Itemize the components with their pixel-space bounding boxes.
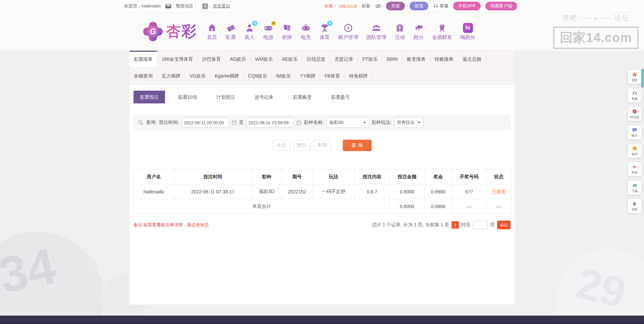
subtab-chase-records[interactable]: 追号记录 <box>248 91 280 103</box>
goto-page-input[interactable] <box>473 221 488 229</box>
tab-lottery-report[interactable]: 彩票报表 <box>129 51 157 67</box>
current-page-button[interactable]: 1 <box>451 221 459 229</box>
tab-im[interactable]: IM娱乐 <box>272 67 296 84</box>
go-button[interactable]: GO <box>497 221 511 229</box>
tab-balance-change[interactable]: 账变报表 <box>402 51 430 67</box>
play-type-select[interactable]: 所有玩法 ▼ <box>394 117 424 128</box>
sidebar-item-service[interactable]: 客服 <box>628 88 641 102</box>
tab-cq9[interactable]: CQ9娱乐 <box>244 67 272 84</box>
nav-item-esports[interactable]: 电竞 <box>298 22 314 41</box>
tab-daily-summary[interactable]: 日结总览 <box>302 51 330 67</box>
tab-vg[interactable]: VG娱乐 <box>185 67 210 84</box>
today-button[interactable]: 今日 <box>273 140 290 151</box>
nav-item-paofen[interactable]: 跑分 <box>411 22 426 41</box>
tab-saba[interactable]: 沙巴体育 <box>198 51 225 67</box>
rhino-icon <box>413 22 424 33</box>
badge-n-icon: N <box>252 21 257 26</box>
customer-service-link[interactable]: 客服 <box>433 3 448 9</box>
subtab-lottery-pnl[interactable]: 彩票盈亏 <box>325 91 356 103</box>
sidebar-item-im-recharge[interactable]: ¥ IM充值 <box>628 107 641 121</box>
sidebar-item-download[interactable]: 下载 <box>628 181 641 195</box>
edit-pencil-icon[interactable]: ✎ <box>202 3 208 9</box>
badge-n-icon: N <box>327 21 332 26</box>
col-username: 用户名 <box>134 170 174 184</box>
pagination-summary: 总计 1 个记录, 分为 1 页, 当前第 1 页 <box>372 222 449 228</box>
balance-value: 199.4218 <box>339 4 357 9</box>
nav-item-team[interactable]: 团队管理 <box>364 22 389 41</box>
tab-deposit-withdraw[interactable]: 充提记录 <box>330 51 358 67</box>
total-draw-dash: — <box>452 199 486 214</box>
sidebar-item-hangup[interactable]: 挂机 <box>628 199 641 213</box>
envelope-icon[interactable] <box>165 4 171 8</box>
cards-icon <box>282 22 292 33</box>
subtab-lottery-bets[interactable]: 彩票投注 <box>133 91 165 103</box>
query-button[interactable]: 查 询 <box>343 140 372 151</box>
pc-client-button[interactable]: 电脑客户端 <box>485 2 517 10</box>
status-link[interactable]: 已派奖 <box>486 184 512 199</box>
chevron-down-icon: ▼ <box>363 121 366 124</box>
reserved-info-label: 预留信息： <box>176 3 198 9</box>
nav-item-hipaofen[interactable]: hi 嗨跑分 <box>458 22 478 41</box>
time-to-input[interactable] <box>246 118 294 128</box>
hand-icon <box>628 201 641 206</box>
withdraw-button[interactable]: 提现 <box>410 2 428 10</box>
yesterday-button[interactable]: 昨日 <box>293 140 311 151</box>
lottery-name-select[interactable]: 福彩3D ▼ <box>326 117 369 128</box>
tab-yy[interactable]: YY棋牌 <box>296 67 320 84</box>
tab-tetu[interactable]: 特兔棋牌 <box>345 67 373 84</box>
sidebar-item-home[interactable]: 首页 <box>628 70 641 84</box>
sub-tabs: 彩票投注 彩票日结 计划投注 追号记录 彩票账变 彩票盈亏 <box>133 91 511 103</box>
sidebar-item-sound[interactable]: 声音 <box>628 162 641 176</box>
this-week-button[interactable]: 本周 <box>314 140 331 151</box>
customer-service-label: 客服 <box>440 3 448 9</box>
speaker-mute-icon <box>628 164 641 170</box>
sidebar-item-question[interactable]: 疑问 <box>628 144 641 158</box>
nav-item-cards[interactable]: 棋牌 <box>279 22 295 41</box>
scrollbar-thumb[interactable] <box>641 69 644 88</box>
refresh-link[interactable]: 刷新 <box>362 3 370 9</box>
eye-off-icon[interactable] <box>375 4 381 9</box>
cell-lottery: 福彩3D <box>252 184 282 199</box>
site-logo[interactable]: G 杏彩 <box>143 21 197 42</box>
nav-item-jinding[interactable]: 金鼎财富 <box>430 22 454 41</box>
nav-item-promo[interactable]: 活动 <box>392 22 408 41</box>
subtab-lottery-daily[interactable]: 彩票日结 <box>172 91 203 103</box>
tab-transfer-report[interactable]: 转账报表 <box>430 51 458 67</box>
top-bar: 欢迎您，hadesado 预留信息： ✎ 安全退出 余额： 199.4218 刷… <box>0 0 644 12</box>
recharge-button[interactable]: 充值 <box>386 2 405 10</box>
tab-ae[interactable]: AE娱乐 <box>277 51 302 67</box>
tab-balance-query[interactable]: 余额查询 <box>129 67 157 84</box>
brand-bar: G 杏彩 首页 彩票 N 真人 H <box>0 12 644 50</box>
hi-app-icon: hi <box>463 22 473 33</box>
subtab-lottery-changes[interactable]: 彩票账变 <box>286 91 318 103</box>
nav-item-live[interactable]: N 真人 <box>242 22 257 41</box>
time-from-input[interactable] <box>181 118 229 128</box>
nav-item-egames[interactable]: H 电游 <box>261 22 276 41</box>
subtab-plan-bets[interactable]: 计划投注 <box>210 91 241 103</box>
col-bet-time: 投注时间 <box>174 170 252 184</box>
mobile-app-button[interactable]: 手机APP <box>453 2 481 10</box>
tab-wali[interactable]: 瓦力棋牌 <box>157 67 185 84</box>
svg-text:¥: ¥ <box>347 26 350 31</box>
tab-rebate-total[interactable]: 返点总额 <box>458 51 486 67</box>
tab-kgame[interactable]: Kgame棋牌 <box>210 67 244 84</box>
tab-ag[interactable]: AG娱乐 <box>225 51 251 67</box>
nav-item-lottery[interactable]: 彩票 <box>223 22 238 41</box>
logout-link[interactable]: 安全退出 <box>213 3 230 9</box>
live-person-icon: N <box>244 22 255 33</box>
calendar-icon[interactable] <box>296 120 302 125</box>
nav-item-home[interactable]: 首页 <box>204 22 220 41</box>
badge-h-icon: H <box>271 21 276 26</box>
tab-bbin[interactable]: BBIN <box>382 51 402 67</box>
tab-wm[interactable]: WM娱乐 <box>251 51 278 67</box>
nav-item-sports[interactable]: N 体育 <box>317 22 332 41</box>
nav-item-account[interactable]: ¥ 账户管理 <box>336 22 361 41</box>
footer-row: 备注:如需查看投注单详情，请点击状态 总计 1 个记录, 分为 1 页, 当前第… <box>133 221 511 229</box>
tab-pt[interactable]: PT娱乐 <box>358 51 382 67</box>
tab-fb[interactable]: FB体育 <box>320 67 345 84</box>
total-bet-amount: 0.6000 <box>390 199 425 214</box>
col-prize: 奖金 <box>425 170 452 184</box>
tab-188bet[interactable]: 188金宝博体育 <box>157 51 198 67</box>
sidebar-item-chat[interactable]: 聊天 <box>628 125 641 139</box>
calendar-icon[interactable] <box>231 120 237 125</box>
